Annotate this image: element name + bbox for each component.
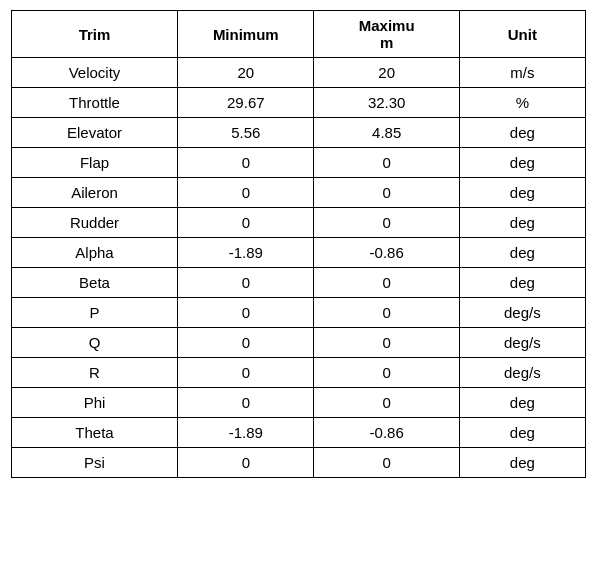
cell-maximum: 0 xyxy=(314,178,460,208)
cell-maximum: 4.85 xyxy=(314,118,460,148)
cell-unit: deg xyxy=(460,448,585,478)
cell-trim: Velocity xyxy=(11,58,178,88)
header-maximum: Maximum xyxy=(314,11,460,58)
cell-trim: Psi xyxy=(11,448,178,478)
cell-unit: deg xyxy=(460,238,585,268)
cell-unit: % xyxy=(460,88,585,118)
table-row: Phi00deg xyxy=(11,388,585,418)
cell-minimum: 0 xyxy=(178,148,314,178)
cell-unit: deg xyxy=(460,118,585,148)
header-trim: Trim xyxy=(11,11,178,58)
table-row: Flap00deg xyxy=(11,148,585,178)
cell-trim: Flap xyxy=(11,148,178,178)
cell-minimum: 20 xyxy=(178,58,314,88)
cell-minimum: 0 xyxy=(178,268,314,298)
cell-minimum: 29.67 xyxy=(178,88,314,118)
cell-maximum: -0.86 xyxy=(314,418,460,448)
table-row: Psi00deg xyxy=(11,448,585,478)
cell-minimum: 0 xyxy=(178,358,314,388)
cell-trim: Rudder xyxy=(11,208,178,238)
cell-trim: Alpha xyxy=(11,238,178,268)
cell-minimum: 0 xyxy=(178,328,314,358)
table-row: Alpha-1.89-0.86deg xyxy=(11,238,585,268)
cell-unit: deg/s xyxy=(460,328,585,358)
cell-unit: deg xyxy=(460,268,585,298)
table-row: Beta00deg xyxy=(11,268,585,298)
cell-minimum: 0 xyxy=(178,298,314,328)
cell-trim: Aileron xyxy=(11,178,178,208)
cell-maximum: 0 xyxy=(314,268,460,298)
cell-maximum: 0 xyxy=(314,148,460,178)
cell-maximum: 0 xyxy=(314,358,460,388)
table-row: Aileron00deg xyxy=(11,178,585,208)
cell-minimum: -1.89 xyxy=(178,238,314,268)
cell-minimum: 5.56 xyxy=(178,118,314,148)
table-row: Velocity2020m/s xyxy=(11,58,585,88)
cell-unit: m/s xyxy=(460,58,585,88)
cell-maximum: 32.30 xyxy=(314,88,460,118)
cell-maximum: 20 xyxy=(314,58,460,88)
cell-unit: deg/s xyxy=(460,298,585,328)
cell-unit: deg xyxy=(460,418,585,448)
cell-maximum: 0 xyxy=(314,388,460,418)
cell-trim: Throttle xyxy=(11,88,178,118)
cell-trim: R xyxy=(11,358,178,388)
cell-trim: P xyxy=(11,298,178,328)
cell-unit: deg xyxy=(460,178,585,208)
cell-unit: deg xyxy=(460,388,585,418)
cell-trim: Phi xyxy=(11,388,178,418)
cell-trim: Q xyxy=(11,328,178,358)
table-row: Throttle29.6732.30% xyxy=(11,88,585,118)
trim-table: Trim Minimum Maximum Unit Velocity2020m/… xyxy=(11,10,586,478)
cell-minimum: 0 xyxy=(178,448,314,478)
cell-maximum: 0 xyxy=(314,328,460,358)
table-row: P00deg/s xyxy=(11,298,585,328)
header-minimum: Minimum xyxy=(178,11,314,58)
cell-maximum: 0 xyxy=(314,448,460,478)
cell-trim: Theta xyxy=(11,418,178,448)
cell-minimum: -1.89 xyxy=(178,418,314,448)
cell-minimum: 0 xyxy=(178,208,314,238)
cell-unit: deg xyxy=(460,208,585,238)
cell-maximum: 0 xyxy=(314,298,460,328)
cell-minimum: 0 xyxy=(178,178,314,208)
cell-maximum: -0.86 xyxy=(314,238,460,268)
cell-trim: Elevator xyxy=(11,118,178,148)
cell-minimum: 0 xyxy=(178,388,314,418)
table-row: Elevator5.564.85deg xyxy=(11,118,585,148)
table-row: R00deg/s xyxy=(11,358,585,388)
cell-unit: deg/s xyxy=(460,358,585,388)
cell-trim: Beta xyxy=(11,268,178,298)
table-row: Rudder00deg xyxy=(11,208,585,238)
table-row: Q00deg/s xyxy=(11,328,585,358)
cell-maximum: 0 xyxy=(314,208,460,238)
header-unit: Unit xyxy=(460,11,585,58)
table-row: Theta-1.89-0.86deg xyxy=(11,418,585,448)
cell-unit: deg xyxy=(460,148,585,178)
